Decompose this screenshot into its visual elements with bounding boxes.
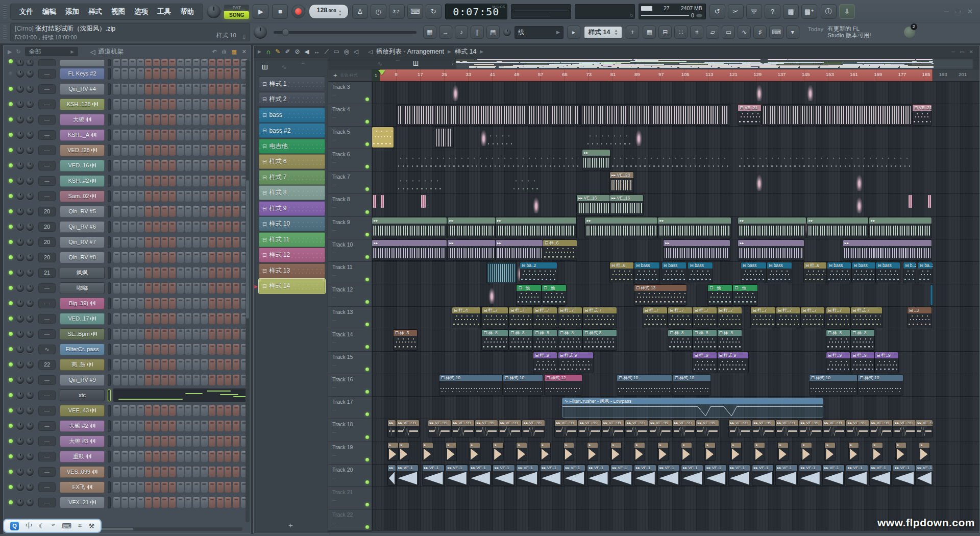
step-cell[interactable] (185, 191, 191, 202)
channel-button[interactable]: VES..099 (60, 466, 105, 478)
pattern-item[interactable]: ⊟样式 1 (259, 77, 325, 91)
globe-icon[interactable]: 2 (904, 27, 915, 38)
playlist-clip[interactable]: ⊟ 样..8 (826, 330, 850, 350)
playlist-clip[interactable]: ⊟ ba..2 (918, 262, 933, 283)
step-cell[interactable] (153, 436, 160, 447)
playlist-clip[interactable]: ⊟ VE..21 (913, 105, 932, 125)
step-cell[interactable] (169, 283, 176, 294)
playlist-clip[interactable]: ▸ (658, 443, 668, 460)
step-cell[interactable] (233, 283, 239, 294)
channel-mute-led[interactable] (9, 271, 13, 275)
channel-pan-knob[interactable] (16, 192, 24, 200)
step-cell[interactable] (137, 160, 144, 171)
playlist-clip[interactable]: ▸▸ VF..1 (517, 465, 538, 485)
step-cell[interactable] (217, 59, 224, 66)
step-cell[interactable] (129, 114, 136, 125)
step-cell[interactable] (233, 145, 239, 156)
quotes-icon[interactable]: °′ (52, 522, 56, 530)
channel-mute-led[interactable] (9, 485, 13, 489)
step-cell[interactable] (185, 283, 191, 294)
step-cell[interactable] (209, 467, 215, 477)
step-cell[interactable] (193, 375, 200, 385)
channel-volume-knob[interactable] (26, 315, 34, 323)
channel-select-indicator[interactable] (108, 144, 111, 156)
playlist-clip[interactable]: ▸ (872, 443, 883, 460)
step-cell[interactable] (145, 298, 152, 309)
step-cell[interactable] (193, 298, 200, 309)
step-cell[interactable] (145, 59, 152, 66)
time-display[interactable]: 0:07:50 M:S:CS (445, 4, 507, 19)
step-cell[interactable] (145, 145, 152, 156)
channel-button[interactable]: FL Keys #2 (60, 68, 105, 80)
step-cell[interactable] (153, 482, 160, 493)
step-cell[interactable] (193, 176, 200, 186)
step-cell[interactable] (161, 59, 168, 66)
playlist-clip[interactable] (372, 127, 394, 148)
step-cell[interactable] (145, 436, 152, 447)
step-cell[interactable] (153, 68, 160, 79)
step-cell[interactable] (121, 68, 128, 79)
track-mute-led[interactable] (365, 480, 369, 484)
channel-pan-knob[interactable] (16, 330, 24, 338)
step-cell[interactable] (225, 191, 231, 202)
step-cell[interactable] (225, 68, 231, 79)
playlist-clip[interactable] (420, 195, 426, 209)
step-cell[interactable] (169, 267, 176, 278)
playlist-close-button[interactable]: ✕ (969, 49, 973, 55)
step-cell[interactable] (177, 405, 184, 416)
track-mute-led[interactable] (365, 435, 369, 439)
track-mute-led[interactable] (365, 300, 369, 304)
step-cell[interactable] (113, 206, 120, 217)
clip-source-tab-automation[interactable]: ⌒ (395, 59, 401, 68)
step-cell[interactable] (145, 99, 152, 110)
playlist-clip[interactable]: ⊟ 样..7 (509, 307, 532, 328)
delete-tool-icon[interactable]: ⊘ (295, 48, 300, 55)
pattern-prev-button[interactable]: ▸ (567, 26, 580, 39)
step-cell[interactable] (113, 344, 120, 355)
channel-pan-knob[interactable] (16, 284, 24, 292)
step-cell[interactable] (233, 451, 239, 462)
step-cell[interactable] (145, 421, 152, 431)
step-cell[interactable] (153, 160, 160, 171)
pattern-add-button[interactable]: + (626, 26, 639, 39)
playlist-clip[interactable]: ⊟ 样..9 (533, 352, 557, 373)
playlist-clip[interactable]: ⊟ 样..4 (452, 307, 480, 328)
step-cell[interactable] (137, 68, 144, 79)
track-lane[interactable]: ▸▸ ▸▸ ▸▸ ⊟ 样..6▸▸ ▸▸ ▸▸ (372, 239, 933, 262)
step-cell[interactable] (113, 145, 120, 156)
step-cell[interactable] (113, 130, 120, 140)
pattern-item[interactable]: ⊟样式 14 (259, 279, 325, 294)
tempo-spinner[interactable]: ▲▼ (338, 9, 342, 16)
playlist-clip[interactable] (488, 285, 495, 305)
step-cell[interactable] (177, 329, 184, 339)
step-cell[interactable] (129, 451, 136, 462)
playlist-clip[interactable] (480, 127, 487, 148)
pattern-item[interactable]: ⊟bass #2 (259, 123, 325, 138)
channel-button[interactable]: Sam..02 (60, 190, 105, 202)
step-cell[interactable] (225, 329, 231, 339)
step-cell[interactable] (169, 405, 176, 416)
search-icon[interactable]: Q (10, 522, 19, 530)
step-cell[interactable] (113, 191, 120, 202)
channel-button[interactable]: KSH..128 (60, 99, 105, 110)
countdown-button[interactable]: 3.2. (389, 4, 405, 19)
playlist-clip[interactable]: ▸ (517, 443, 527, 460)
playlist-clip[interactable]: ▸▸ VF..1 (397, 465, 418, 485)
step-cell[interactable] (153, 176, 160, 186)
playlist-clip[interactable]: ⊟ 样..7 (751, 307, 775, 328)
step-cell[interactable] (161, 114, 168, 125)
step-cell[interactable] (121, 176, 128, 186)
track-header[interactable]: Track 20... (328, 465, 372, 487)
channel-volume-knob[interactable] (26, 376, 34, 384)
step-cell[interactable] (129, 283, 136, 294)
step-cell[interactable] (121, 421, 128, 431)
channel-mute-led[interactable] (9, 71, 13, 76)
channel-pan-knob[interactable] (16, 361, 24, 369)
step-cell[interactable] (209, 283, 215, 294)
chinese-input-icon[interactable]: 中 (26, 521, 32, 530)
track-header[interactable]: Track 22... (328, 509, 372, 532)
step-cell[interactable] (201, 160, 208, 171)
track-lane[interactable]: ⊟ ..他⊟ ..他⊟ 样式 13⊟ ..他⊟ ..他 (372, 284, 933, 307)
channel-target-display[interactable]: --- (38, 421, 56, 431)
step-cell[interactable] (129, 130, 136, 140)
